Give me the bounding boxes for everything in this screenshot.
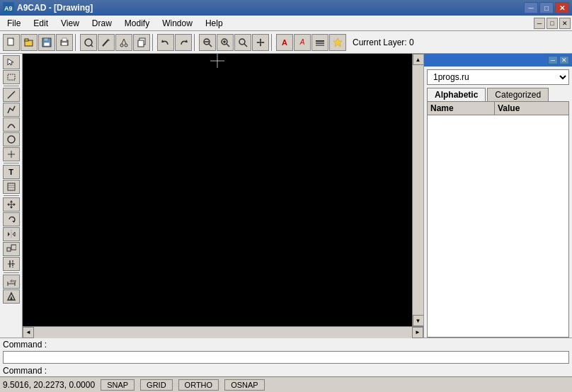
- lt-line[interactable]: [3, 88, 20, 102]
- tb-sep2: [152, 34, 155, 51]
- horizontal-scrollbar[interactable]: ◄ ►: [23, 326, 423, 338]
- canvas-with-scroll: ▲ ▼ ◄ ►: [23, 54, 423, 338]
- menu-help[interactable]: Help: [200, 17, 229, 30]
- tb-zoom-in[interactable]: [217, 34, 234, 51]
- tb-zoom-out[interactable]: [199, 34, 216, 51]
- right-panel-titlebar: ─ ✕: [424, 54, 572, 67]
- svg-point-11: [85, 39, 92, 46]
- tb-copy[interactable]: [133, 34, 150, 51]
- tb-pan[interactable]: [252, 34, 269, 51]
- lt-trim[interactable]: [3, 257, 20, 271]
- tb-new[interactable]: [3, 34, 20, 51]
- right-panel-close[interactable]: ✕: [559, 56, 569, 64]
- tb-sep4: [271, 34, 274, 51]
- right-panel-minimize[interactable]: ─: [548, 56, 558, 64]
- lt-rectangle-select[interactable]: [3, 70, 20, 84]
- lt-circle[interactable]: [3, 132, 20, 146]
- tb-text-a2[interactable]: A: [294, 34, 311, 51]
- lt-polyline[interactable]: [3, 103, 20, 117]
- svg-rect-60: [11, 245, 16, 250]
- lt-mirror[interactable]: [3, 227, 20, 241]
- svg-line-13: [103, 40, 108, 46]
- vscroll-down-button[interactable]: ▼: [413, 315, 424, 326]
- svg-point-15: [120, 44, 123, 47]
- tb-pencil[interactable]: [98, 34, 115, 51]
- toolbar: A A Current Layer: 0: [0, 31, 572, 54]
- main-content: T dim: [0, 54, 572, 338]
- menu-file[interactable]: File: [1, 17, 26, 30]
- tab-categorized[interactable]: Categorized: [487, 88, 549, 101]
- svg-line-12: [91, 45, 93, 47]
- svg-line-18: [124, 39, 126, 44]
- title-bar: A9 A9CAD - [Drawing] ─ □ ✕: [0, 0, 572, 16]
- svg-marker-69: [10, 296, 13, 300]
- svg-line-17: [122, 39, 124, 44]
- lt-select[interactable]: [3, 55, 20, 69]
- command-input-area[interactable]: [3, 351, 569, 364]
- lt-hatch[interactable]: [3, 180, 20, 194]
- lt-move[interactable]: [3, 197, 20, 212]
- col-value: Value: [495, 102, 568, 115]
- snap-button[interactable]: SNAP: [101, 379, 135, 391]
- svg-rect-37: [316, 42, 324, 44]
- lt-text[interactable]: T: [3, 165, 20, 179]
- svg-marker-51: [7, 203, 9, 206]
- svg-point-16: [125, 44, 127, 47]
- tb-print[interactable]: [56, 34, 73, 51]
- close-button[interactable]: ✕: [555, 2, 569, 13]
- tb-zoom-win[interactable]: [234, 34, 251, 51]
- menu-window[interactable]: Window: [156, 17, 198, 30]
- command-label: Command :: [0, 338, 572, 351]
- minimize-button[interactable]: ─: [524, 2, 538, 13]
- inner-close-button[interactable]: ✕: [559, 18, 571, 29]
- lt-sep4: [4, 272, 19, 273]
- property-table: Name Value: [427, 101, 569, 338]
- svg-rect-4: [25, 39, 28, 41]
- menu-view[interactable]: View: [55, 17, 85, 30]
- svg-point-43: [8, 136, 15, 143]
- drawing-canvas[interactable]: [23, 54, 412, 326]
- osnap-button[interactable]: OSNAP: [224, 379, 265, 391]
- lt-sep3: [4, 195, 19, 196]
- lt-sep2: [4, 163, 19, 163]
- property-dropdown[interactable]: 1progs.ru: [427, 69, 569, 85]
- tb-properties[interactable]: [329, 34, 346, 51]
- tb-zoom-ext[interactable]: [80, 34, 97, 51]
- menu-bar: File Edit View Draw Modify Window Help ─…: [0, 16, 572, 31]
- lt-rotate[interactable]: [3, 212, 20, 226]
- tb-save[interactable]: [38, 34, 55, 51]
- lt-triangle[interactable]: [3, 289, 20, 304]
- vscroll-up-button[interactable]: ▲: [413, 54, 424, 65]
- hscroll-track[interactable]: [34, 327, 412, 338]
- tb-undo[interactable]: [157, 34, 174, 51]
- tab-alphabetic[interactable]: Alphabetic: [427, 88, 486, 101]
- tb-redo[interactable]: [175, 34, 192, 51]
- inner-minimize-button[interactable]: ─: [534, 18, 545, 29]
- hscroll-right-button[interactable]: ►: [412, 327, 423, 338]
- vscroll-track[interactable]: [413, 65, 424, 315]
- tb-layer[interactable]: [311, 34, 328, 51]
- svg-rect-7: [44, 42, 50, 46]
- maximize-button[interactable]: □: [539, 2, 554, 13]
- svg-rect-20: [138, 40, 144, 47]
- svg-marker-58: [13, 232, 15, 236]
- svg-line-31: [244, 44, 247, 47]
- grid-button[interactable]: GRID: [140, 379, 173, 391]
- tb-open[interactable]: [21, 34, 38, 51]
- lt-dim[interactable]: dim: [3, 275, 20, 289]
- menu-draw[interactable]: Draw: [86, 17, 118, 30]
- lt-crosshair[interactable]: [3, 147, 20, 161]
- lt-scale[interactable]: [3, 242, 20, 256]
- svg-text:dim: dim: [10, 279, 16, 283]
- inner-maximize-button[interactable]: □: [547, 18, 558, 29]
- lt-arc[interactable]: [3, 117, 20, 132]
- tb-cut[interactable]: [115, 34, 132, 51]
- canvas-row: ▲ ▼: [23, 54, 423, 326]
- tb-text-a[interactable]: A: [276, 34, 293, 51]
- hscroll-left-button[interactable]: ◄: [23, 327, 34, 338]
- vertical-scrollbar[interactable]: ▲ ▼: [412, 54, 423, 326]
- ortho-button[interactable]: ORTHO: [178, 379, 219, 391]
- menu-edit[interactable]: Edit: [28, 17, 54, 30]
- title-bar-controls: ─ □ ✕: [524, 2, 569, 13]
- menu-modify[interactable]: Modify: [119, 17, 155, 30]
